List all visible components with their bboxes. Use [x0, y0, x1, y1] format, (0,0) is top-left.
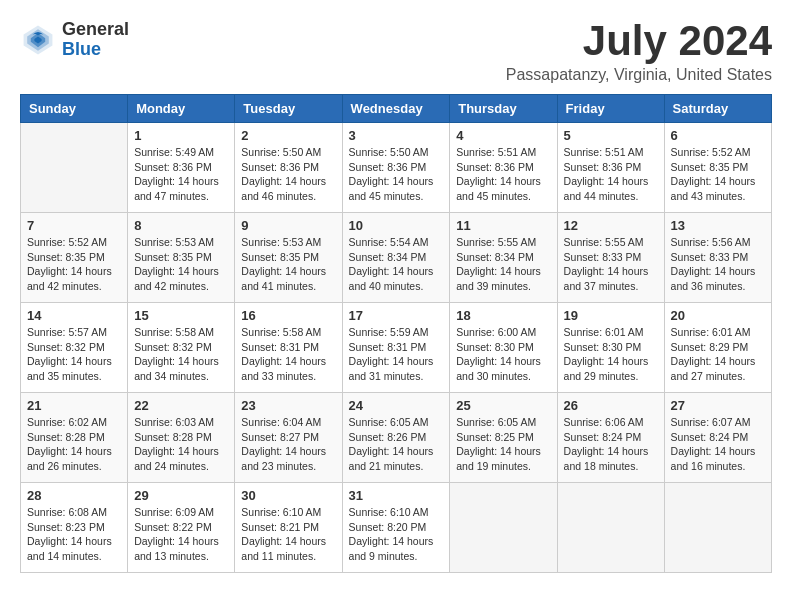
day-number: 3	[349, 128, 444, 143]
day-info: Sunrise: 6:05 AM Sunset: 8:26 PM Dayligh…	[349, 415, 444, 474]
calendar-cell: 10Sunrise: 5:54 AM Sunset: 8:34 PM Dayli…	[342, 213, 450, 303]
day-number: 6	[671, 128, 765, 143]
calendar-cell: 3Sunrise: 5:50 AM Sunset: 8:36 PM Daylig…	[342, 123, 450, 213]
calendar-cell: 17Sunrise: 5:59 AM Sunset: 8:31 PM Dayli…	[342, 303, 450, 393]
day-info: Sunrise: 6:10 AM Sunset: 8:21 PM Dayligh…	[241, 505, 335, 564]
calendar-header-row: SundayMondayTuesdayWednesdayThursdayFrid…	[21, 95, 772, 123]
calendar-table: SundayMondayTuesdayWednesdayThursdayFrid…	[20, 94, 772, 573]
day-info: Sunrise: 5:55 AM Sunset: 8:34 PM Dayligh…	[456, 235, 550, 294]
calendar-cell: 18Sunrise: 6:00 AM Sunset: 8:30 PM Dayli…	[450, 303, 557, 393]
day-number: 25	[456, 398, 550, 413]
day-number: 8	[134, 218, 228, 233]
day-number: 26	[564, 398, 658, 413]
day-number: 19	[564, 308, 658, 323]
day-number: 22	[134, 398, 228, 413]
day-info: Sunrise: 6:00 AM Sunset: 8:30 PM Dayligh…	[456, 325, 550, 384]
day-number: 17	[349, 308, 444, 323]
day-number: 13	[671, 218, 765, 233]
calendar-cell	[664, 483, 771, 573]
calendar-cell: 6Sunrise: 5:52 AM Sunset: 8:35 PM Daylig…	[664, 123, 771, 213]
calendar-cell: 1Sunrise: 5:49 AM Sunset: 8:36 PM Daylig…	[128, 123, 235, 213]
day-info: Sunrise: 6:06 AM Sunset: 8:24 PM Dayligh…	[564, 415, 658, 474]
day-number: 14	[27, 308, 121, 323]
calendar-header-monday: Monday	[128, 95, 235, 123]
month-title: July 2024	[506, 20, 772, 62]
day-number: 11	[456, 218, 550, 233]
logo-icon	[20, 22, 56, 58]
day-info: Sunrise: 5:57 AM Sunset: 8:32 PM Dayligh…	[27, 325, 121, 384]
day-info: Sunrise: 6:05 AM Sunset: 8:25 PM Dayligh…	[456, 415, 550, 474]
calendar-cell: 27Sunrise: 6:07 AM Sunset: 8:24 PM Dayli…	[664, 393, 771, 483]
calendar-cell	[557, 483, 664, 573]
calendar-cell: 7Sunrise: 5:52 AM Sunset: 8:35 PM Daylig…	[21, 213, 128, 303]
day-info: Sunrise: 6:01 AM Sunset: 8:29 PM Dayligh…	[671, 325, 765, 384]
day-number: 1	[134, 128, 228, 143]
day-info: Sunrise: 5:49 AM Sunset: 8:36 PM Dayligh…	[134, 145, 228, 204]
calendar-week-row: 7Sunrise: 5:52 AM Sunset: 8:35 PM Daylig…	[21, 213, 772, 303]
calendar-week-row: 28Sunrise: 6:08 AM Sunset: 8:23 PM Dayli…	[21, 483, 772, 573]
calendar-cell: 25Sunrise: 6:05 AM Sunset: 8:25 PM Dayli…	[450, 393, 557, 483]
day-info: Sunrise: 6:03 AM Sunset: 8:28 PM Dayligh…	[134, 415, 228, 474]
calendar-cell: 8Sunrise: 5:53 AM Sunset: 8:35 PM Daylig…	[128, 213, 235, 303]
day-number: 29	[134, 488, 228, 503]
day-number: 15	[134, 308, 228, 323]
logo: General Blue	[20, 20, 129, 60]
calendar-cell: 2Sunrise: 5:50 AM Sunset: 8:36 PM Daylig…	[235, 123, 342, 213]
day-number: 7	[27, 218, 121, 233]
day-info: Sunrise: 5:53 AM Sunset: 8:35 PM Dayligh…	[241, 235, 335, 294]
day-info: Sunrise: 6:02 AM Sunset: 8:28 PM Dayligh…	[27, 415, 121, 474]
calendar-cell: 31Sunrise: 6:10 AM Sunset: 8:20 PM Dayli…	[342, 483, 450, 573]
calendar-header-tuesday: Tuesday	[235, 95, 342, 123]
day-number: 10	[349, 218, 444, 233]
day-number: 24	[349, 398, 444, 413]
title-section: July 2024 Passapatanzy, Virginia, United…	[506, 20, 772, 84]
day-info: Sunrise: 5:55 AM Sunset: 8:33 PM Dayligh…	[564, 235, 658, 294]
header: General Blue July 2024 Passapatanzy, Vir…	[20, 20, 772, 84]
calendar-cell: 19Sunrise: 6:01 AM Sunset: 8:30 PM Dayli…	[557, 303, 664, 393]
day-number: 31	[349, 488, 444, 503]
calendar-cell	[450, 483, 557, 573]
day-info: Sunrise: 6:04 AM Sunset: 8:27 PM Dayligh…	[241, 415, 335, 474]
day-number: 12	[564, 218, 658, 233]
calendar-cell: 26Sunrise: 6:06 AM Sunset: 8:24 PM Dayli…	[557, 393, 664, 483]
logo-blue-text: Blue	[62, 40, 129, 60]
calendar-cell: 30Sunrise: 6:10 AM Sunset: 8:21 PM Dayli…	[235, 483, 342, 573]
calendar-cell: 28Sunrise: 6:08 AM Sunset: 8:23 PM Dayli…	[21, 483, 128, 573]
calendar-week-row: 14Sunrise: 5:57 AM Sunset: 8:32 PM Dayli…	[21, 303, 772, 393]
calendar-cell: 5Sunrise: 5:51 AM Sunset: 8:36 PM Daylig…	[557, 123, 664, 213]
calendar-header-wednesday: Wednesday	[342, 95, 450, 123]
day-info: Sunrise: 5:53 AM Sunset: 8:35 PM Dayligh…	[134, 235, 228, 294]
day-info: Sunrise: 5:56 AM Sunset: 8:33 PM Dayligh…	[671, 235, 765, 294]
day-info: Sunrise: 5:52 AM Sunset: 8:35 PM Dayligh…	[671, 145, 765, 204]
day-number: 9	[241, 218, 335, 233]
day-info: Sunrise: 5:54 AM Sunset: 8:34 PM Dayligh…	[349, 235, 444, 294]
calendar-header-sunday: Sunday	[21, 95, 128, 123]
day-info: Sunrise: 5:59 AM Sunset: 8:31 PM Dayligh…	[349, 325, 444, 384]
logo-text: General Blue	[62, 20, 129, 60]
calendar-cell: 24Sunrise: 6:05 AM Sunset: 8:26 PM Dayli…	[342, 393, 450, 483]
calendar-cell: 29Sunrise: 6:09 AM Sunset: 8:22 PM Dayli…	[128, 483, 235, 573]
day-info: Sunrise: 6:09 AM Sunset: 8:22 PM Dayligh…	[134, 505, 228, 564]
day-number: 23	[241, 398, 335, 413]
calendar-cell	[21, 123, 128, 213]
calendar-cell: 9Sunrise: 5:53 AM Sunset: 8:35 PM Daylig…	[235, 213, 342, 303]
day-number: 5	[564, 128, 658, 143]
calendar-cell: 22Sunrise: 6:03 AM Sunset: 8:28 PM Dayli…	[128, 393, 235, 483]
calendar-cell: 13Sunrise: 5:56 AM Sunset: 8:33 PM Dayli…	[664, 213, 771, 303]
logo-general-text: General	[62, 20, 129, 40]
day-number: 18	[456, 308, 550, 323]
day-info: Sunrise: 5:52 AM Sunset: 8:35 PM Dayligh…	[27, 235, 121, 294]
day-number: 2	[241, 128, 335, 143]
calendar-header-thursday: Thursday	[450, 95, 557, 123]
calendar-cell: 16Sunrise: 5:58 AM Sunset: 8:31 PM Dayli…	[235, 303, 342, 393]
calendar-header-saturday: Saturday	[664, 95, 771, 123]
day-info: Sunrise: 6:07 AM Sunset: 8:24 PM Dayligh…	[671, 415, 765, 474]
day-number: 28	[27, 488, 121, 503]
calendar-cell: 11Sunrise: 5:55 AM Sunset: 8:34 PM Dayli…	[450, 213, 557, 303]
day-number: 16	[241, 308, 335, 323]
day-number: 30	[241, 488, 335, 503]
day-info: Sunrise: 5:50 AM Sunset: 8:36 PM Dayligh…	[349, 145, 444, 204]
location-title: Passapatanzy, Virginia, United States	[506, 66, 772, 84]
calendar-header-friday: Friday	[557, 95, 664, 123]
calendar-cell: 23Sunrise: 6:04 AM Sunset: 8:27 PM Dayli…	[235, 393, 342, 483]
